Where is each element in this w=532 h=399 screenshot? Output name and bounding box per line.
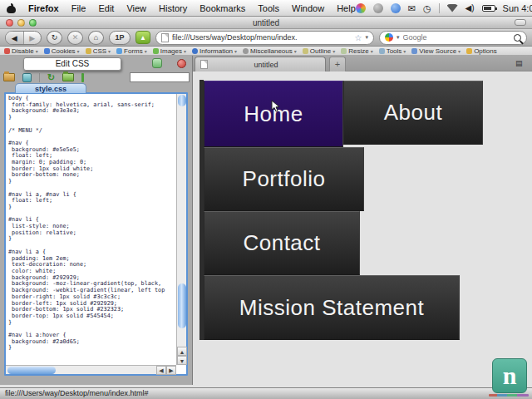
information-icon — [192, 48, 198, 54]
search-go-icon[interactable] — [514, 34, 521, 42]
devbar-information[interactable]: Information▾ — [192, 47, 237, 55]
scroll-left-button[interactable]: ◀ — [156, 366, 166, 375]
toolbar-toggle-button[interactable] — [515, 19, 526, 26]
web-developer-toolbar: Disable▾ Cookies▾ CSS▾ Forms▾ Images▾ In… — [0, 47, 532, 56]
search-bar[interactable]: ▾ — [379, 31, 527, 45]
menu-window[interactable]: Window — [292, 3, 324, 13]
new-tab-button[interactable]: + — [329, 57, 346, 71]
menu-bookmarks[interactable]: Bookmarks — [200, 3, 245, 13]
new-stylesheet-icon[interactable] — [62, 73, 74, 81]
list-all-tabs-icon[interactable]: ▤ — [515, 59, 527, 68]
bookmark-star-icon[interactable]: ☆ — [355, 33, 362, 42]
miscellaneous-icon — [243, 48, 249, 54]
wifi-icon[interactable] — [447, 4, 458, 12]
reload-button[interactable]: ↻ — [47, 31, 62, 45]
window-title-bar: untitled — [0, 17, 532, 29]
sidebar-search-input[interactable] — [130, 72, 190, 82]
devbar-disable[interactable]: Disable▾ — [4, 47, 38, 55]
menu-file[interactable]: File — [71, 3, 86, 13]
devbar-images[interactable]: Images▾ — [153, 47, 186, 55]
menu-history[interactable]: History — [159, 3, 187, 13]
back-forward-group: ◀ ▶ — [5, 31, 42, 45]
tab-untitled[interactable]: untitled — [195, 57, 326, 71]
addon-icon[interactable]: ▲ — [135, 31, 150, 44]
menu-view[interactable]: View — [126, 3, 146, 13]
open-stylesheet-icon[interactable] — [3, 73, 15, 81]
window-title: untitled — [0, 18, 532, 27]
apple-menu-icon[interactable] — [7, 3, 16, 13]
options-icon — [466, 48, 472, 54]
logo-letter: n — [503, 362, 517, 390]
address-text[interactable]: file:///Users/way/Desktop/menu/index. — [172, 33, 352, 42]
scroll-up-button[interactable]: ▲ — [177, 347, 187, 356]
edit-css-sidebar: Edit CSS ↻ style.css body { font-family:… — [0, 56, 193, 385]
refresh-styles-icon[interactable]: ↻ — [47, 73, 55, 82]
status-globe-icon[interactable] — [373, 3, 383, 13]
scroll-right-button[interactable]: ▶ — [166, 366, 176, 375]
back-button[interactable]: ◀ — [6, 32, 24, 44]
status-sync-icon[interactable] — [391, 3, 401, 13]
onepassword-button[interactable]: 1P — [109, 31, 131, 45]
menu-clock[interactable]: Sun 4:05 PM — [503, 3, 532, 13]
menu-firefox[interactable]: Firefox — [28, 3, 59, 13]
nav-item-contact[interactable]: Contact — [204, 211, 360, 275]
resize-icon — [341, 48, 347, 54]
stop-button[interactable]: ✕ — [67, 31, 83, 45]
volume-icon[interactable]: ◀) — [466, 3, 475, 12]
devbar-cookies[interactable]: Cookies▾ — [44, 47, 80, 55]
edit-mode-icon[interactable] — [81, 73, 84, 82]
menu-separator — [439, 3, 440, 13]
status-app-icon[interactable] — [356, 3, 366, 13]
menu-help[interactable]: Help — [337, 3, 356, 13]
css-code-text[interactable]: body { font-family: helvetica, arial, sa… — [8, 96, 175, 363]
menu-edit[interactable]: Edit — [98, 3, 114, 13]
menu-tools[interactable]: Tools — [258, 3, 279, 13]
battery-icon[interactable] — [482, 5, 495, 12]
sidebar-options-icon[interactable] — [152, 58, 162, 68]
status-url: file:///Users/way/Desktop/menu/index.htm… — [5, 389, 149, 397]
vertical-scrollbar[interactable]: ▲ ▼ — [176, 94, 186, 365]
vertical-scroll-thumb[interactable] — [178, 283, 186, 328]
devbar-css[interactable]: CSS▾ — [86, 47, 111, 55]
devbar-options[interactable]: Options — [466, 47, 497, 55]
horizontal-scrollbar[interactable]: ◀ ▶ — [6, 365, 176, 374]
status-bar: file:///Users/way/Desktop/menu/index.htm… — [0, 387, 532, 399]
nav-item-mission-statement[interactable]: Mission Statement — [204, 275, 460, 340]
css-icon — [86, 48, 91, 54]
nettuts-logo: n — [492, 358, 527, 393]
sidebar-close-icon[interactable] — [177, 59, 186, 68]
tab-page-icon — [200, 60, 208, 69]
edit-css-tooltip: Edit CSS — [23, 57, 121, 71]
watermark-text — [489, 394, 529, 397]
stylesheet-tab[interactable]: style.css — [15, 83, 86, 93]
mail-icon[interactable]: ✉ — [408, 3, 416, 13]
save-stylesheet-icon[interactable] — [22, 73, 32, 82]
devbar-forms[interactable]: Forms▾ — [116, 47, 147, 55]
devbar-view-source[interactable]: View Source▾ — [411, 47, 461, 55]
nav-item-portfolio[interactable]: Portfolio — [204, 147, 364, 211]
forward-button[interactable]: ▶ — [24, 32, 42, 44]
mac-menu-bar: Firefox File Edit View History Bookmarks… — [0, 0, 532, 17]
address-bar[interactable]: file:///Users/way/Desktop/menu/index. ☆ … — [155, 31, 374, 45]
clock-icon[interactable]: ◷ — [423, 3, 431, 13]
tools-icon — [379, 48, 385, 54]
nav-item-about[interactable]: About — [343, 81, 483, 145]
devbar-resize[interactable]: Resize▾ — [341, 47, 372, 55]
devbar-outline[interactable]: Outline▾ — [303, 47, 335, 55]
home-button[interactable]: ⌂ — [88, 31, 104, 45]
google-icon[interactable] — [385, 33, 393, 42]
nav-item-home[interactable]: Home — [204, 81, 343, 147]
page-content: Home About Portfolio Contact Mission Sta… — [193, 71, 532, 387]
css-editor[interactable]: body { font-family: helvetica, arial, sa… — [4, 92, 188, 376]
devbar-tools[interactable]: Tools▾ — [379, 47, 406, 55]
search-engine-dropdown-icon[interactable]: ▾ — [397, 34, 400, 41]
outline-icon — [303, 48, 308, 54]
horizontal-scroll-thumb[interactable] — [7, 367, 56, 374]
scroll-down-button[interactable]: ▼ — [177, 356, 187, 365]
devbar-miscellaneous[interactable]: Miscellaneous▾ — [243, 47, 297, 55]
sidebar-toolbar: ↻ — [0, 71, 193, 83]
cookies-icon — [44, 48, 50, 54]
url-dropdown-icon[interactable]: ▾ — [365, 34, 368, 41]
search-input[interactable] — [403, 33, 510, 42]
scrollbar-top-cap[interactable] — [178, 95, 186, 106]
